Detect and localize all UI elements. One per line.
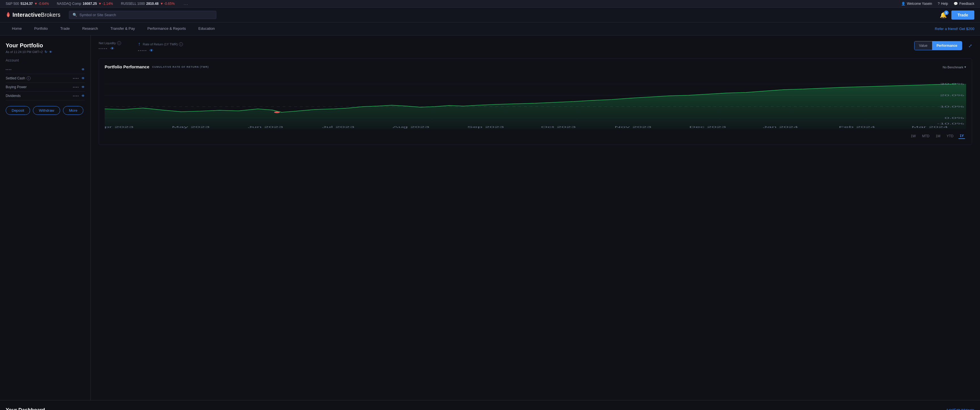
time-1m-button[interactable]: 1M xyxy=(935,133,942,139)
nav-transfer-pay[interactable]: Transfer & Pay xyxy=(104,22,141,35)
benchmark-select[interactable]: No Benchmark ▾ xyxy=(943,65,966,69)
buying-power-eye-icon[interactable]: 👁 xyxy=(81,85,85,89)
more-button[interactable]: More xyxy=(63,106,83,115)
search-icon: 🔍 xyxy=(73,13,77,17)
notification-badge: 4 xyxy=(944,11,948,15)
ticker-sp500-change: ▼ -0.64% xyxy=(34,2,49,6)
dividends-eye-icon[interactable]: 👁 xyxy=(81,94,85,98)
svg-text:Sep 2023: Sep 2023 xyxy=(467,126,504,129)
account-value-label: •••• xyxy=(6,68,12,71)
view-performance-button[interactable]: Performance xyxy=(932,41,962,50)
svg-text:Mar 2024: Mar 2024 xyxy=(912,126,948,129)
chart-title: Portfolio Performance CUMULATIVE RATE OF… xyxy=(105,64,209,69)
svg-text:10.0%: 10.0% xyxy=(940,105,964,108)
feedback-link[interactable]: 💬 Feedback xyxy=(954,2,974,6)
settled-cash-info-icon[interactable]: i xyxy=(27,76,30,80)
portfolio-timestamp: As of 11:24:10 PM GMT+2 ↻ 👁 xyxy=(6,50,85,54)
ticker-nasdaq-value: 16087.25 xyxy=(83,2,97,6)
refresh-icon[interactable]: ↻ xyxy=(45,50,47,54)
svg-text:Feb 2024: Feb 2024 xyxy=(839,126,875,129)
svg-text:Jun 2023: Jun 2023 xyxy=(248,126,283,129)
net-liquidity-info-icon[interactable]: i xyxy=(117,41,121,45)
withdraw-button[interactable]: Withdraw xyxy=(33,106,60,115)
view-toggle: Value Performance xyxy=(914,41,962,50)
settled-cash-eye-icon[interactable]: 👁 xyxy=(81,76,85,80)
search-placeholder: Symbol or Site Search xyxy=(80,13,116,17)
rate-return-value: ••••• 👁 xyxy=(138,48,183,53)
svg-text:Dec 2023: Dec 2023 xyxy=(689,126,726,129)
portfolio-eye-icon[interactable]: 👁 xyxy=(49,50,52,54)
dashboard-title: Your Dashboard xyxy=(6,407,45,410)
account-value-row: •••• 👁 xyxy=(6,65,85,74)
ticker-more[interactable]: ... xyxy=(184,2,188,6)
svg-text:Oct 2023: Oct 2023 xyxy=(541,126,576,129)
right-panel: Net Liquidity i ••••• 👁 ↑ Rate of Return… xyxy=(91,35,980,400)
ticker-sp500-name: S&P 500 xyxy=(6,2,19,6)
chevron-down-icon: ▾ xyxy=(964,65,966,69)
view-value-button[interactable]: Value xyxy=(915,41,932,50)
nav-home[interactable]: Home xyxy=(6,22,28,35)
logo-text: InteractiveBrokers xyxy=(13,12,60,18)
svg-text:0.0%: 0.0% xyxy=(945,116,964,119)
svg-text:Nov 2023: Nov 2023 xyxy=(614,126,651,129)
chart-container: Apr 2023 May 2023 Jun 2023 Jul 2023 Aug … xyxy=(105,73,966,129)
trade-button[interactable]: Trade xyxy=(951,11,974,19)
svg-text:Aug 2023: Aug 2023 xyxy=(393,126,429,129)
buying-power-label: Buying Power xyxy=(6,85,27,89)
main-content: Your Portfolio As of 11:24:10 PM GMT+2 ↻… xyxy=(0,35,980,400)
svg-text:Apr 2023: Apr 2023 xyxy=(105,126,134,129)
svg-text:Jan 2024: Jan 2024 xyxy=(763,126,798,129)
chart-section: Portfolio Performance CUMULATIVE RATE OF… xyxy=(99,59,972,145)
rate-return-info-icon[interactable]: i xyxy=(179,42,183,46)
dividends-value: •••• 👁 xyxy=(73,94,85,98)
navbar-right: 🔔 4 Trade xyxy=(940,11,974,19)
nav-performance-reports[interactable]: Performance & Reports xyxy=(141,22,192,35)
nav-portfolio[interactable]: Portfolio xyxy=(28,22,54,35)
svg-text:30.0%: 30.0% xyxy=(940,83,964,85)
ticker-russell: RUSSELL 1000 2810.48 ▼ -0.65% xyxy=(121,2,175,6)
nav-education[interactable]: Education xyxy=(192,22,221,35)
notification-button[interactable]: 🔔 4 xyxy=(940,12,947,18)
time-1w-button[interactable]: 1W xyxy=(910,133,917,139)
feedback-icon: 💬 xyxy=(954,2,958,6)
time-1y-button[interactable]: 1Y xyxy=(958,133,965,139)
svg-text:Jul 2023: Jul 2023 xyxy=(322,126,355,129)
help-link[interactable]: ? Help xyxy=(938,2,948,6)
action-buttons: Deposit Withdraw More xyxy=(6,106,85,115)
ticker-russell-change: ▼ -0.65% xyxy=(160,2,175,6)
expand-icon[interactable]: ⤢ xyxy=(968,43,972,48)
chart-subtitle: CUMULATIVE RATE OF RETURN (TWR) xyxy=(152,65,209,68)
nav-trade[interactable]: Trade xyxy=(54,22,76,35)
ticker-nasdaq: NASDAQ Comp 16087.25 ▼ -1.14% xyxy=(57,2,113,6)
net-liquidity-label: Net Liquidity i xyxy=(99,41,121,45)
feedback-label: Feedback xyxy=(959,2,974,6)
deposit-button[interactable]: Deposit xyxy=(6,106,30,115)
welcome-user[interactable]: 👤 Welcome Yasein xyxy=(901,2,932,6)
main-navbar: InteractiveBrokers 🔍 Symbol or Site Sear… xyxy=(0,8,980,22)
logo[interactable]: InteractiveBrokers xyxy=(6,12,60,18)
ticker-russell-value: 2810.48 xyxy=(146,2,159,6)
left-panel: Your Portfolio As of 11:24:10 PM GMT+2 ↻… xyxy=(0,35,91,400)
ticker-bar: S&P 500 5124.37 ▼ -0.64% NASDAQ Comp 160… xyxy=(0,0,980,8)
rate-return-metric: ↑ Rate of Return (1Y TWR) i ••••• 👁 xyxy=(138,41,183,53)
refer-friend-link[interactable]: Refer a friend! Get $200 xyxy=(935,27,974,31)
welcome-label: Welcome Yasein xyxy=(907,2,932,6)
ticker-right-actions: 👤 Welcome Yasein ? Help 💬 Feedback xyxy=(901,2,974,6)
chart-title-area: Portfolio Performance CUMULATIVE RATE OF… xyxy=(105,64,209,70)
add-edit-widgets-button[interactable]: Add/Edit Widgets xyxy=(946,408,974,410)
time-mtd-button[interactable]: MTD xyxy=(921,133,931,139)
nav-menu: Home Portfolio Trade Research Transfer &… xyxy=(0,22,980,35)
dashboard-header: Your Dashboard Add/Edit Widgets xyxy=(6,407,974,410)
svg-text:-10.0%: -10.0% xyxy=(937,122,964,125)
time-ytd-button[interactable]: YTD xyxy=(945,133,955,139)
rate-return-arrow-icon: ↑ xyxy=(138,41,141,47)
portfolio-header: Your Portfolio xyxy=(6,42,85,49)
net-liquidity-eye-icon[interactable]: 👁 xyxy=(110,46,114,51)
account-label: Account xyxy=(6,59,85,62)
account-eye-icon[interactable]: 👁 xyxy=(81,67,85,72)
net-liquidity-metric: Net Liquidity i ••••• 👁 xyxy=(99,41,121,51)
search-bar[interactable]: 🔍 Symbol or Site Search xyxy=(69,11,216,19)
rate-return-eye-icon[interactable]: 👁 xyxy=(150,48,153,53)
nav-research[interactable]: Research xyxy=(76,22,104,35)
ticker-nasdaq-name: NASDAQ Comp xyxy=(57,2,81,6)
